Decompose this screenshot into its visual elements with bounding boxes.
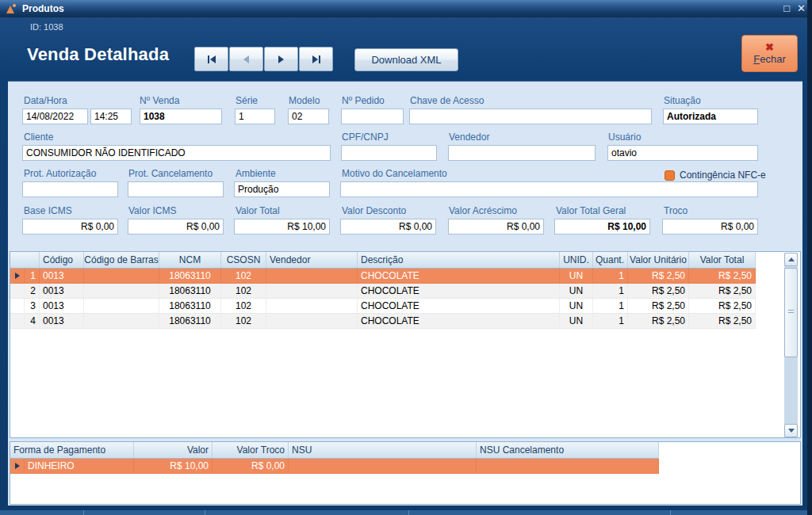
header-codigo: Código (40, 252, 84, 268)
input-cliente[interactable] (22, 145, 331, 161)
input-base-icms[interactable] (22, 219, 118, 235)
table-row[interactable]: 4 0013 18063110 102 CHOCOLATE UN 1 R$ 2,… (10, 314, 756, 329)
fechar-button[interactable]: ✖ Fechar (741, 35, 798, 72)
previous-record-icon (243, 55, 249, 63)
table-cell-descricao: CHOCOLATE (358, 299, 560, 313)
window-titlebar: Produtos (0, 0, 807, 17)
table-cell-codigo: 0013 (40, 269, 84, 283)
table-cell-descricao: CHOCOLATE (358, 314, 560, 328)
row-indicator-cell (10, 314, 25, 328)
input-prot-autorizacao[interactable] (22, 181, 118, 197)
table-cell-vendedor (266, 314, 358, 328)
table-cell-csosn: 102 (221, 284, 266, 298)
payments-table-body: DINHEIRO R$ 10,00 R$ 0,00 (10, 459, 800, 474)
table-cell-valor-total: R$ 2,50 (689, 299, 756, 313)
input-valor-acrescimo[interactable] (448, 219, 544, 235)
app-icon (6, 4, 16, 14)
header-nsu-cancelamento: NSU Cancelamento (477, 442, 659, 458)
produtos-window: Produtos □ ✕ ID: 1038 Venda Detalhada Do… (0, 0, 812, 515)
input-situacao[interactable] (663, 109, 758, 124)
nav-next-button[interactable] (264, 47, 298, 71)
nav-first-button[interactable] (194, 47, 228, 71)
table-cell-valor: R$ 10,00 (134, 459, 213, 473)
input-serie[interactable] (235, 109, 275, 124)
input-valor-icms[interactable] (128, 219, 224, 235)
nav-last-button[interactable] (299, 47, 333, 71)
header-vendedor: Vendedor (266, 252, 358, 268)
input-prot-cancelamento[interactable] (128, 181, 224, 197)
payments-table-header: Forma de Pagamento Valor Valor Troco NSU… (10, 442, 659, 459)
label-vendedor: Vendedor (449, 132, 489, 143)
scroll-up-icon[interactable] (784, 253, 798, 266)
input-troco[interactable] (662, 219, 758, 235)
label-n-venda: Nº Venda (140, 95, 179, 106)
input-valor-total[interactable] (234, 219, 330, 235)
header-csosn: CSOSN (221, 252, 266, 268)
row-indicator-cell (10, 269, 25, 283)
table-cell-csosn: 102 (221, 269, 266, 283)
input-n-pedido[interactable] (341, 109, 404, 124)
record-id: ID: 1038 (30, 22, 63, 32)
fechar-button-label: Fechar (753, 53, 785, 66)
table-row[interactable]: 1 0013 18063110 102 CHOCOLATE UN 1 R$ 2,… (10, 269, 756, 284)
input-vendedor[interactable] (448, 145, 596, 161)
table-cell-codigo: 0013 (40, 314, 84, 328)
input-ambiente[interactable] (234, 181, 330, 197)
products-table-body: 1 0013 18063110 102 CHOCOLATE UN 1 R$ 2,… (10, 269, 800, 329)
table-row[interactable]: DINHEIRO R$ 10,00 R$ 0,00 (10, 459, 659, 474)
input-cpf-cnpj[interactable] (341, 145, 437, 161)
label-cliente: Cliente (24, 132, 53, 143)
table-cell-valor-unitario: R$ 2,50 (628, 299, 689, 313)
table-row[interactable]: 3 0013 18063110 102 CHOCOLATE UN 1 R$ 2,… (10, 299, 756, 314)
input-modelo[interactable] (288, 109, 329, 124)
close-x-icon: ✖ (765, 42, 774, 53)
table-cell-unid: UN (560, 269, 593, 283)
label-n-pedido: Nº Pedido (342, 95, 385, 106)
table-cell-quant: 1 (593, 314, 628, 328)
input-usuario[interactable] (607, 145, 758, 161)
table-cell-valor-unitario: R$ 2,50 (628, 269, 689, 283)
products-scrollbar[interactable] (784, 253, 798, 437)
input-valor-total-geral[interactable] (554, 219, 650, 235)
scroll-down-icon[interactable] (784, 424, 798, 437)
download-xml-button[interactable]: Download XML (354, 48, 458, 71)
input-hora[interactable] (90, 109, 132, 124)
table-cell-quant: 1 (593, 284, 628, 298)
maximize-icon[interactable]: □ (783, 2, 790, 16)
nav-previous-button[interactable] (229, 47, 263, 71)
table-row[interactable]: 2 0013 18063110 102 CHOCOLATE UN 1 R$ 2,… (10, 284, 756, 299)
header-quant: Quant. (593, 252, 628, 268)
input-valor-desconto[interactable] (340, 219, 436, 235)
label-situacao: Situação (664, 95, 701, 106)
table-cell-valor-troco: R$ 0,00 (213, 459, 289, 473)
table-cell-valor-total: R$ 2,50 (689, 314, 756, 328)
label-ambiente: Ambiente (236, 168, 276, 179)
label-serie: Série (236, 95, 258, 106)
table-cell-num: 4 (25, 314, 40, 328)
row-indicator-cell (10, 299, 25, 313)
table-cell-valor-total: R$ 2,50 (689, 284, 756, 298)
table-cell-valor-unitario: R$ 2,50 (628, 284, 689, 298)
label-cpf-cnpj: CPF/CNPJ (342, 132, 389, 143)
input-n-venda[interactable] (140, 109, 222, 124)
input-chave-acesso[interactable] (409, 109, 652, 124)
header-ncm: NCM (159, 252, 221, 268)
background-strip (807, 0, 812, 515)
window-title: Produtos (22, 3, 64, 14)
header-valor: Valor (134, 442, 213, 458)
page-title: Venda Detalhada (27, 44, 169, 65)
table-cell-quant: 1 (593, 269, 628, 283)
row-indicator-cell (10, 459, 25, 473)
table-cell-codigo-barras (84, 269, 159, 283)
table-cell-codigo-barras (84, 284, 159, 298)
header-descricao: Descrição (358, 252, 560, 268)
table-cell-unid: UN (560, 284, 593, 298)
table-cell-forma-pagamento: DINHEIRO (25, 459, 134, 473)
input-data[interactable] (22, 109, 88, 124)
close-icon[interactable]: ✕ (797, 2, 806, 16)
header-valor-unitario: Valor Unitário (628, 252, 689, 268)
contingencia-checkbox[interactable] (665, 170, 675, 181)
label-prot-cancelamento: Prot. Cancelamento (128, 168, 213, 179)
input-motivo-cancelamento[interactable] (340, 181, 758, 197)
scrollbar-thumb[interactable] (784, 268, 798, 357)
